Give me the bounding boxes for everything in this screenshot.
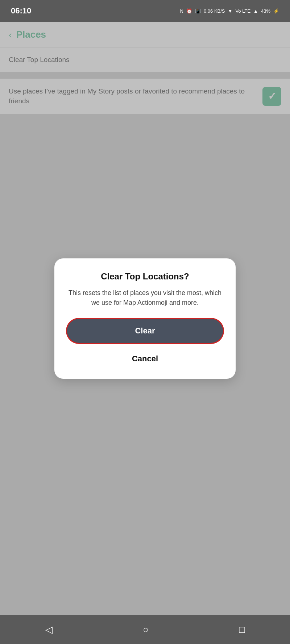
status-bar: 06:10 N ⏰ 📳 0.06 KB/S ▼ Vo LTE ▲ 43% ⚡ — [0, 0, 290, 22]
dialog-message: This resets the list of places you visit… — [66, 288, 224, 308]
lte-icon: Vo LTE — [235, 8, 250, 14]
status-time: 06:10 — [11, 6, 31, 16]
main-content: ‹ Places Clear Top Locations Use places … — [0, 22, 290, 615]
battery-charging-icon: ⚡ — [273, 8, 279, 14]
alarm-icon: ⏰ — [186, 8, 192, 14]
nfc-icon: N — [180, 8, 183, 14]
back-nav-button[interactable]: ◁ — [34, 620, 63, 639]
cancel-button[interactable]: Cancel — [66, 350, 224, 367]
recent-nav-button[interactable]: □ — [228, 620, 256, 639]
dialog: Clear Top Locations? This resets the lis… — [54, 258, 236, 379]
wifi-icon: ▼ — [228, 8, 233, 14]
signal-icon: ▲ — [253, 8, 258, 14]
clear-button[interactable]: Clear — [66, 318, 224, 344]
dialog-overlay: Clear Top Locations? This resets the lis… — [0, 22, 290, 615]
battery-level: 43% — [261, 8, 270, 14]
status-icons: N ⏰ 📳 0.06 KB/S ▼ Vo LTE ▲ 43% ⚡ — [180, 8, 279, 14]
speed-indicator: 0.06 KB/S — [204, 8, 225, 14]
dialog-title: Clear Top Locations? — [66, 271, 224, 282]
home-nav-button[interactable]: ○ — [132, 620, 160, 639]
vibrate-icon: 📳 — [195, 8, 201, 14]
bottom-nav: ◁ ○ □ — [0, 615, 290, 644]
